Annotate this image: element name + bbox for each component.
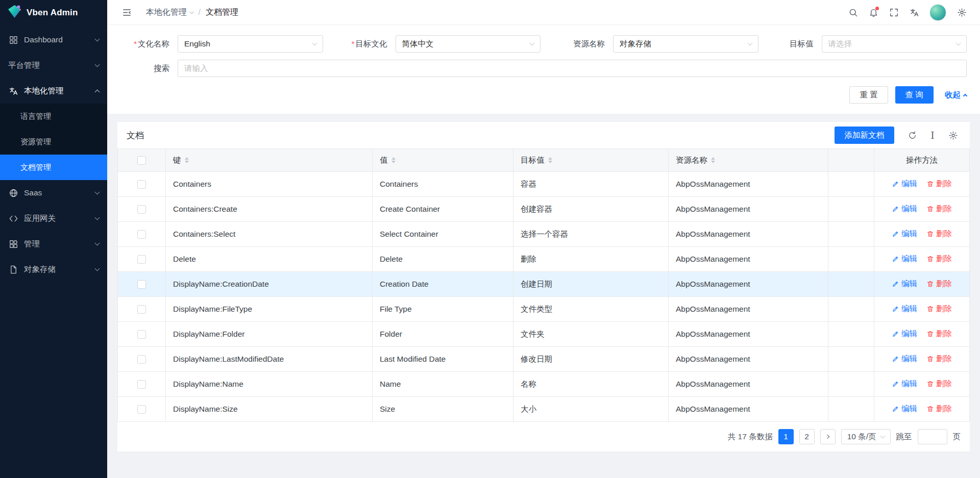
delete-link[interactable]: 删除: [926, 329, 952, 339]
column-header-actions: 操作方法: [874, 149, 970, 172]
row-checkbox[interactable]: [137, 305, 146, 314]
row-checkbox[interactable]: [137, 230, 146, 239]
sidebar-item-language[interactable]: 语言管理: [0, 104, 107, 129]
row-checkbox[interactable]: [137, 180, 146, 189]
delete-link[interactable]: 删除: [926, 279, 952, 289]
sidebar-item-localization[interactable]: 本地化管理: [0, 78, 107, 104]
cell-empty: [828, 197, 874, 222]
column-header-target[interactable]: 目标值: [521, 155, 545, 166]
cell-value: Folder: [373, 322, 513, 347]
cell-empty: [828, 297, 874, 322]
row-checkbox[interactable]: [137, 405, 146, 414]
menu-fold-icon[interactable]: [117, 3, 136, 21]
edit-link[interactable]: 编辑: [892, 204, 917, 214]
sidebar-item-dashboard[interactable]: Dashboard: [0, 27, 107, 53]
target-culture-select[interactable]: 简体中文: [396, 35, 541, 53]
settings-icon[interactable]: [952, 3, 971, 21]
cell-target-value: 容器: [513, 172, 669, 197]
resource-name-select[interactable]: 对象存储: [613, 35, 758, 53]
trash-icon: [926, 255, 934, 263]
delete-link[interactable]: 删除: [926, 179, 952, 189]
sidebar-item-storage[interactable]: 对象存储: [0, 257, 107, 282]
column-header-value[interactable]: 值: [380, 155, 388, 166]
table-row: DisplayName:FileTypeFile Type文件类型AbpOssM…: [118, 297, 970, 322]
avatar[interactable]: [929, 4, 946, 21]
sidebar-item-platform[interactable]: 平台管理: [0, 53, 107, 78]
gateway-icon: [8, 213, 18, 223]
pencil-icon: [892, 405, 899, 413]
sidebar-item-gateway[interactable]: 应用网关: [0, 206, 107, 231]
edit-link[interactable]: 编辑: [892, 254, 917, 264]
reset-button[interactable]: 重 置: [849, 86, 888, 104]
table-body: ContainersContainers容器AbpOssManagement编辑…: [118, 172, 970, 422]
pagination: 共 17 条数据 1 2 10 条/页 跳至 页: [117, 422, 970, 451]
translate-icon[interactable]: [905, 3, 923, 21]
edit-link[interactable]: 编辑: [892, 179, 917, 189]
notification-icon[interactable]: [864, 3, 883, 21]
column-settings-icon[interactable]: [945, 128, 961, 143]
logo[interactable]: Vben Admin: [0, 0, 107, 25]
culture-name-select[interactable]: English: [178, 35, 323, 53]
query-button[interactable]: 查 询: [895, 86, 934, 104]
sidebar-item-resource[interactable]: 资源管理: [0, 129, 107, 155]
edit-link[interactable]: 编辑: [892, 379, 917, 389]
sidebar-item-document[interactable]: 文档管理: [0, 155, 107, 180]
table-row: DeleteDelete删除AbpOssManagement编辑删除: [118, 247, 970, 272]
cell-resource-name: AbpOssManagement: [669, 197, 828, 222]
edit-link[interactable]: 编辑: [892, 354, 917, 364]
collapse-toggle[interactable]: 收起: [945, 90, 967, 100]
delete-link[interactable]: 删除: [926, 304, 952, 314]
edit-link[interactable]: 编辑: [892, 279, 917, 289]
column-header-key[interactable]: 键: [173, 155, 181, 166]
required-asterisk: *: [351, 39, 354, 48]
page-button-1[interactable]: 1: [778, 429, 794, 444]
edit-link[interactable]: 编辑: [892, 404, 917, 414]
edit-link[interactable]: 编辑: [892, 304, 917, 314]
row-checkbox[interactable]: [137, 280, 146, 289]
table-toolbar: 添加新文档 I: [835, 127, 961, 144]
delete-link[interactable]: 删除: [926, 404, 952, 414]
select-all-checkbox[interactable]: [137, 156, 146, 165]
row-checkbox[interactable]: [137, 355, 146, 364]
sidebar-item-saas[interactable]: Saas: [0, 180, 107, 206]
target-value-select[interactable]: 请选择: [822, 35, 967, 53]
row-checkbox[interactable]: [137, 255, 146, 264]
sort-icon[interactable]: [185, 157, 189, 163]
fullscreen-icon[interactable]: [885, 3, 903, 21]
jump-page-input[interactable]: [918, 429, 947, 444]
delete-link[interactable]: 删除: [926, 354, 952, 364]
sort-icon[interactable]: [391, 157, 396, 163]
topbar-left: 本地化管理 / 文档管理: [117, 3, 238, 21]
main-area: 本地化管理 / 文档管理: [107, 0, 980, 478]
edit-link[interactable]: 编辑: [892, 229, 917, 239]
cell-target-value: 创建容器: [513, 197, 669, 222]
breadcrumb-item-parent[interactable]: 本地化管理: [146, 7, 193, 18]
trash-icon: [926, 355, 934, 363]
sort-icon[interactable]: [548, 157, 552, 163]
delete-link[interactable]: 删除: [926, 379, 952, 389]
delete-link[interactable]: 删除: [926, 254, 952, 264]
delete-link[interactable]: 删除: [926, 229, 952, 239]
cell-value: Containers: [373, 172, 513, 197]
sort-icon[interactable]: [711, 157, 715, 163]
search-icon[interactable]: [844, 3, 862, 21]
column-header-resource[interactable]: 资源名称: [676, 155, 707, 166]
cell-value: File Type: [373, 297, 513, 322]
row-checkbox[interactable]: [137, 380, 146, 389]
trash-icon: [926, 330, 934, 338]
add-document-button[interactable]: 添加新文档: [835, 127, 895, 144]
search-input[interactable]: [178, 60, 967, 77]
edit-link[interactable]: 编辑: [892, 329, 917, 339]
page-size-select[interactable]: 10 条/页: [841, 429, 891, 444]
next-page-button[interactable]: [820, 429, 836, 444]
row-height-icon[interactable]: I: [925, 128, 940, 143]
refresh-icon[interactable]: [904, 128, 920, 143]
delete-link[interactable]: 删除: [926, 204, 952, 214]
row-checkbox[interactable]: [137, 330, 146, 339]
chevron-down-icon: [95, 62, 100, 67]
page-button-2[interactable]: 2: [799, 429, 815, 444]
row-checkbox[interactable]: [137, 205, 146, 214]
sidebar-item-management[interactable]: 管理: [0, 231, 107, 257]
cell-resource-name: AbpOssManagement: [669, 172, 828, 197]
sidebar: Vben Admin Dashboard平台管理本地化管理语言管理资源管理文档管…: [0, 0, 107, 478]
